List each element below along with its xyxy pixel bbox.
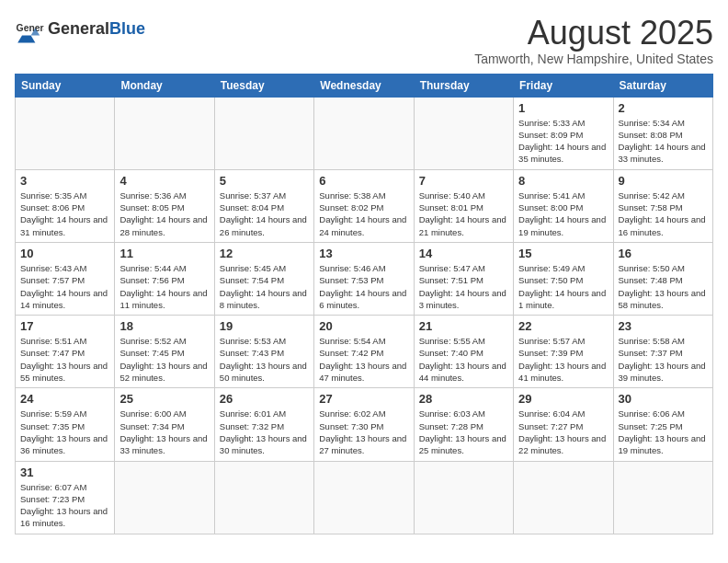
day-header-friday: Friday [514, 74, 613, 97]
day-number: 12 [220, 247, 309, 260]
logo-general: GeneralBlue [48, 20, 145, 39]
title-block: August 2025 Tamworth, New Hampshire, Uni… [474, 15, 713, 66]
day-info: Sunrise: 5:40 AM Sunset: 8:01 PM Dayligh… [419, 190, 508, 238]
calendar-cell: 31Sunrise: 6:07 AM Sunset: 7:23 PM Dayli… [16, 461, 115, 534]
day-info: Sunrise: 5:49 AM Sunset: 7:50 PM Dayligh… [518, 262, 608, 311]
calendar-cell: 12Sunrise: 5:45 AM Sunset: 7:54 PM Dayli… [214, 242, 313, 315]
logo-icon: General [15, 15, 44, 44]
calendar-cell: 10Sunrise: 5:43 AM Sunset: 7:57 PM Dayli… [16, 242, 115, 315]
calendar-week-row: 3Sunrise: 5:35 AM Sunset: 8:06 PM Daylig… [16, 169, 713, 242]
day-number: 24 [20, 392, 109, 406]
day-number: 28 [419, 392, 508, 406]
calendar-cell: 21Sunrise: 5:55 AM Sunset: 7:40 PM Dayli… [414, 316, 513, 388]
calendar-week-row: 24Sunrise: 5:59 AM Sunset: 7:35 PM Dayli… [16, 388, 713, 461]
calendar-cell: 3Sunrise: 5:35 AM Sunset: 8:06 PM Daylig… [16, 169, 115, 242]
calendar-cell: 28Sunrise: 6:03 AM Sunset: 7:28 PM Dayli… [414, 388, 513, 461]
day-header-sunday: Sunday [16, 74, 115, 97]
day-info: Sunrise: 6:02 AM Sunset: 7:30 PM Dayligh… [319, 408, 408, 456]
logo-text-block: GeneralBlue [48, 20, 145, 39]
day-number: 8 [518, 174, 608, 188]
day-info: Sunrise: 5:52 AM Sunset: 7:45 PM Dayligh… [119, 335, 209, 384]
day-info: Sunrise: 5:45 AM Sunset: 7:54 PM Dayligh… [220, 262, 309, 311]
day-number: 22 [518, 319, 608, 333]
calendar-cell: 29Sunrise: 6:04 AM Sunset: 7:27 PM Dayli… [514, 388, 613, 461]
calendar-cell: 6Sunrise: 5:38 AM Sunset: 8:02 PM Daylig… [314, 169, 414, 242]
day-header-thursday: Thursday [414, 74, 513, 97]
calendar-cell: 13Sunrise: 5:46 AM Sunset: 7:53 PM Dayli… [314, 242, 414, 315]
day-info: Sunrise: 5:50 AM Sunset: 7:48 PM Dayligh… [619, 262, 708, 311]
day-info: Sunrise: 5:55 AM Sunset: 7:40 PM Dayligh… [419, 335, 508, 384]
day-info: Sunrise: 5:57 AM Sunset: 7:39 PM Dayligh… [518, 335, 608, 384]
svg-marker-1 [17, 35, 35, 42]
calendar-cell [115, 461, 214, 534]
day-info: Sunrise: 5:46 AM Sunset: 7:53 PM Dayligh… [319, 262, 408, 311]
day-header-tuesday: Tuesday [214, 74, 313, 97]
calendar-cell [314, 97, 414, 169]
calendar-cell: 23Sunrise: 5:58 AM Sunset: 7:37 PM Dayli… [613, 316, 712, 388]
logo-blue: Blue [109, 19, 145, 38]
calendar-week-row: 17Sunrise: 5:51 AM Sunset: 7:47 PM Dayli… [16, 316, 713, 388]
calendar-cell: 11Sunrise: 5:44 AM Sunset: 7:56 PM Dayli… [115, 242, 214, 315]
calendar-week-row: 1Sunrise: 5:33 AM Sunset: 8:09 PM Daylig… [16, 97, 713, 169]
calendar-cell: 7Sunrise: 5:40 AM Sunset: 8:01 PM Daylig… [414, 169, 513, 242]
day-number: 29 [518, 392, 608, 406]
day-info: Sunrise: 5:58 AM Sunset: 7:37 PM Dayligh… [619, 335, 708, 384]
calendar-cell: 17Sunrise: 5:51 AM Sunset: 7:47 PM Dayli… [16, 316, 115, 388]
calendar-cell: 8Sunrise: 5:41 AM Sunset: 8:00 PM Daylig… [514, 169, 613, 242]
day-info: Sunrise: 6:03 AM Sunset: 7:28 PM Dayligh… [419, 408, 508, 456]
calendar-header-row: SundayMondayTuesdayWednesdayThursdayFrid… [16, 74, 713, 97]
day-number: 19 [220, 319, 309, 333]
calendar-cell: 5Sunrise: 5:37 AM Sunset: 8:04 PM Daylig… [214, 169, 313, 242]
day-number: 17 [20, 319, 109, 333]
calendar-cell: 20Sunrise: 5:54 AM Sunset: 7:42 PM Dayli… [314, 316, 414, 388]
calendar-cell: 26Sunrise: 6:01 AM Sunset: 7:32 PM Dayli… [214, 388, 313, 461]
day-number: 9 [619, 174, 708, 188]
calendar-cell [314, 461, 414, 534]
day-number: 4 [119, 174, 209, 188]
day-info: Sunrise: 6:00 AM Sunset: 7:34 PM Dayligh… [119, 408, 209, 456]
day-number: 6 [319, 174, 408, 188]
day-number: 7 [419, 174, 508, 188]
day-number: 11 [119, 247, 209, 260]
day-number: 2 [619, 101, 708, 115]
day-info: Sunrise: 5:38 AM Sunset: 8:02 PM Dayligh… [319, 190, 408, 238]
calendar-cell: 24Sunrise: 5:59 AM Sunset: 7:35 PM Dayli… [16, 388, 115, 461]
day-info: Sunrise: 5:54 AM Sunset: 7:42 PM Dayligh… [319, 335, 408, 384]
calendar-cell: 18Sunrise: 5:52 AM Sunset: 7:45 PM Dayli… [115, 316, 214, 388]
day-header-saturday: Saturday [613, 74, 712, 97]
calendar-cell [613, 461, 712, 534]
calendar-cell: 1Sunrise: 5:33 AM Sunset: 8:09 PM Daylig… [514, 97, 613, 169]
day-number: 21 [419, 319, 508, 333]
calendar-cell [16, 97, 115, 169]
calendar-cell: 22Sunrise: 5:57 AM Sunset: 7:39 PM Dayli… [514, 316, 613, 388]
calendar-cell: 14Sunrise: 5:47 AM Sunset: 7:51 PM Dayli… [414, 242, 513, 315]
calendar-week-row: 10Sunrise: 5:43 AM Sunset: 7:57 PM Dayli… [16, 242, 713, 315]
day-info: Sunrise: 5:51 AM Sunset: 7:47 PM Dayligh… [20, 335, 109, 384]
day-info: Sunrise: 5:34 AM Sunset: 8:08 PM Dayligh… [619, 117, 708, 166]
day-number: 27 [319, 392, 408, 406]
day-info: Sunrise: 5:44 AM Sunset: 7:56 PM Dayligh… [119, 262, 209, 311]
day-number: 10 [20, 247, 109, 260]
day-number: 13 [319, 247, 408, 260]
calendar-cell [514, 461, 613, 534]
day-info: Sunrise: 6:01 AM Sunset: 7:32 PM Dayligh… [220, 408, 309, 456]
day-number: 31 [20, 465, 109, 479]
calendar-table: SundayMondayTuesdayWednesdayThursdayFrid… [15, 74, 713, 534]
month-year-title: August 2025 [474, 15, 713, 52]
day-number: 20 [319, 319, 408, 333]
day-info: Sunrise: 5:37 AM Sunset: 8:04 PM Dayligh… [220, 190, 309, 238]
day-number: 25 [119, 392, 209, 406]
day-info: Sunrise: 5:41 AM Sunset: 8:00 PM Dayligh… [518, 190, 608, 238]
day-info: Sunrise: 5:53 AM Sunset: 7:43 PM Dayligh… [220, 335, 309, 384]
day-number: 18 [119, 319, 209, 333]
day-info: Sunrise: 5:59 AM Sunset: 7:35 PM Dayligh… [20, 408, 109, 456]
day-number: 14 [419, 247, 508, 260]
day-info: Sunrise: 5:47 AM Sunset: 7:51 PM Dayligh… [419, 262, 508, 311]
day-info: Sunrise: 6:07 AM Sunset: 7:23 PM Dayligh… [20, 481, 109, 530]
day-number: 1 [518, 101, 608, 115]
day-info: Sunrise: 5:42 AM Sunset: 7:58 PM Dayligh… [619, 190, 708, 238]
calendar-cell: 2Sunrise: 5:34 AM Sunset: 8:08 PM Daylig… [613, 97, 712, 169]
day-number: 23 [619, 319, 708, 333]
calendar-cell: 25Sunrise: 6:00 AM Sunset: 7:34 PM Dayli… [115, 388, 214, 461]
day-number: 16 [619, 247, 708, 260]
